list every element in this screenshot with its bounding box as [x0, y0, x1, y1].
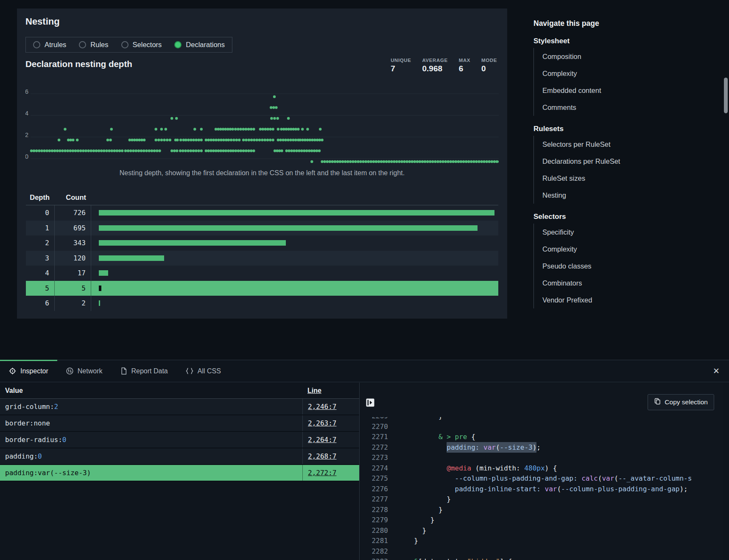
- scatter-dot: [346, 160, 349, 163]
- inspector-row[interactable]: padding: 02,268:7: [0, 448, 359, 465]
- depth-table-row: 3120: [26, 251, 498, 266]
- metric-radio-atrules[interactable]: Atrules: [33, 41, 66, 49]
- scatter-dot: [250, 128, 252, 130]
- scatter-dot: [273, 117, 276, 120]
- declaration-value-cell: grid-column: 2: [0, 399, 302, 414]
- nav-item-vendor-prefixed[interactable]: Vendor Prefixed: [534, 291, 623, 308]
- scatter-dot: [220, 149, 222, 152]
- scatter-dot: [70, 139, 72, 141]
- line-link[interactable]: 2,264:7: [308, 436, 336, 444]
- line-column-header[interactable]: Line: [302, 383, 359, 398]
- scatter-dot: [395, 160, 398, 163]
- radio-icon: [121, 41, 128, 48]
- tab-inspector[interactable]: Inspector: [0, 360, 57, 382]
- bar-cell: [91, 266, 498, 281]
- scatter-dot: [270, 117, 273, 120]
- scatter-dot: [323, 160, 326, 163]
- nav-item-complexity[interactable]: Complexity: [534, 65, 623, 82]
- copy-selection-button[interactable]: Copy selection: [648, 394, 714, 410]
- nav-item-nesting[interactable]: Nesting: [534, 187, 623, 204]
- scatter-dot: [284, 139, 287, 141]
- scatter-dot: [480, 160, 483, 163]
- nav-item-specificity[interactable]: Specificity: [534, 224, 623, 241]
- nav-item-embedded-content[interactable]: Embedded content: [534, 82, 623, 99]
- bar-cell: [91, 281, 498, 296]
- code-viewer: Copy selection 2269 }22702271 & > pre {2…: [360, 383, 723, 560]
- code-token: (: [598, 474, 602, 482]
- scatter-dot: [267, 128, 269, 130]
- scatter-dot: [313, 139, 316, 141]
- code-token: var: [602, 474, 614, 482]
- code-line: 2279 }: [360, 515, 723, 526]
- scatter-dot: [222, 128, 224, 130]
- scatter-dot: [326, 160, 329, 163]
- scatter-dot: [287, 139, 289, 141]
- line-cell: 2,268:7: [302, 448, 359, 464]
- inspector-row[interactable]: border-radius: 02,264:7: [0, 432, 359, 448]
- nav-item-combinators[interactable]: Combinators: [534, 274, 623, 291]
- line-link[interactable]: 2,246:7: [308, 403, 336, 411]
- code-token: "hidden": [467, 557, 500, 560]
- scatter-dot: [282, 139, 285, 141]
- nav-item-ruleset-sizes[interactable]: RuleSet sizes: [534, 170, 623, 187]
- nav-item-list: SpecificityComplexityPseudo classesCombi…: [533, 224, 623, 308]
- code-line: 2274 @media (min-width: 480px) {: [360, 463, 723, 474]
- nav-item-selectors-per-ruleset[interactable]: Selectors per RuleSet: [534, 136, 623, 153]
- code-token: ): [533, 443, 537, 451]
- close-icon[interactable]: ✕: [713, 367, 720, 375]
- inspector-row[interactable]: padding: var(--size-3)2,272:7: [0, 465, 359, 482]
- line-link[interactable]: 2,263:7: [308, 419, 336, 427]
- line-number: 2273: [360, 453, 388, 463]
- tab-report-data[interactable]: Report Data: [112, 360, 177, 382]
- line-link[interactable]: 2,272:7: [308, 469, 336, 477]
- scatter-dot: [460, 160, 462, 163]
- code-token: }: [447, 495, 451, 503]
- scatter-dot: [295, 149, 298, 152]
- scatter-dot: [179, 149, 182, 152]
- scatter-dot: [289, 139, 292, 141]
- code-scroll-area[interactable]: 2269 }22702271 & > pre {2272 padding: va…: [360, 417, 723, 560]
- code-token: &: [414, 557, 418, 560]
- code-token: (: [614, 474, 618, 482]
- nav-item-composition[interactable]: Composition: [534, 48, 623, 65]
- code-text: }: [388, 505, 443, 515]
- scatter-dot: [310, 149, 313, 152]
- metric-radio-selectors[interactable]: Selectors: [121, 41, 162, 49]
- scatter-dot: [272, 106, 275, 109]
- scatter-dot: [321, 160, 323, 163]
- code-line: 2275 --column-plus-padding-and-gap: calc…: [360, 473, 723, 484]
- scatter-dot: [411, 160, 413, 163]
- code-text: }: [388, 536, 418, 546]
- page: Nesting AtrulesRulesSelectorsDeclaration…: [0, 0, 729, 560]
- nav-item-complexity[interactable]: Complexity: [534, 241, 623, 258]
- inspector-row[interactable]: border: none2,263:7: [0, 415, 359, 432]
- scatter-dot: [242, 139, 245, 141]
- devtools-tabbar: InspectorNetworkReport DataAll CSS✕: [0, 360, 729, 382]
- scatter-dot: [198, 139, 200, 141]
- page-scrollbar-thumb[interactable]: [724, 78, 728, 113]
- tab-all-css[interactable]: All CSS: [177, 360, 230, 382]
- scatter-dot: [242, 128, 245, 130]
- inspector-row[interactable]: grid-column: 22,246:7: [0, 399, 359, 415]
- nav-item-pseudo-classes[interactable]: Pseudo classes: [534, 258, 623, 274]
- metric-radio-rules[interactable]: Rules: [79, 41, 108, 49]
- metric-radio-declarations[interactable]: Declarations: [174, 41, 225, 49]
- line-link[interactable]: 2,268:7: [308, 452, 336, 460]
- bar-cell: [91, 296, 498, 311]
- line-number: 2269: [360, 417, 388, 422]
- panel-toggle-icon[interactable]: [366, 398, 374, 407]
- scatter-dot: [205, 149, 207, 152]
- code-text: padding: var(--size-3);: [388, 442, 541, 453]
- scatter-dot: [488, 160, 491, 163]
- nav-item-declarations-per-ruleset[interactable]: Declarations per RuleSet: [534, 153, 623, 170]
- scatter-dot: [237, 149, 240, 152]
- nav-item-comments[interactable]: Comments: [534, 99, 623, 116]
- code-token: & > pre: [439, 433, 467, 441]
- scatter-dot: [483, 160, 485, 163]
- scatter-dot: [176, 139, 179, 141]
- property-name: border-radius:: [5, 436, 62, 444]
- count-cell: 5: [55, 281, 91, 296]
- code-line: 2282: [360, 546, 723, 557]
- scatter-dot: [136, 139, 138, 141]
- tab-network[interactable]: Network: [57, 360, 112, 382]
